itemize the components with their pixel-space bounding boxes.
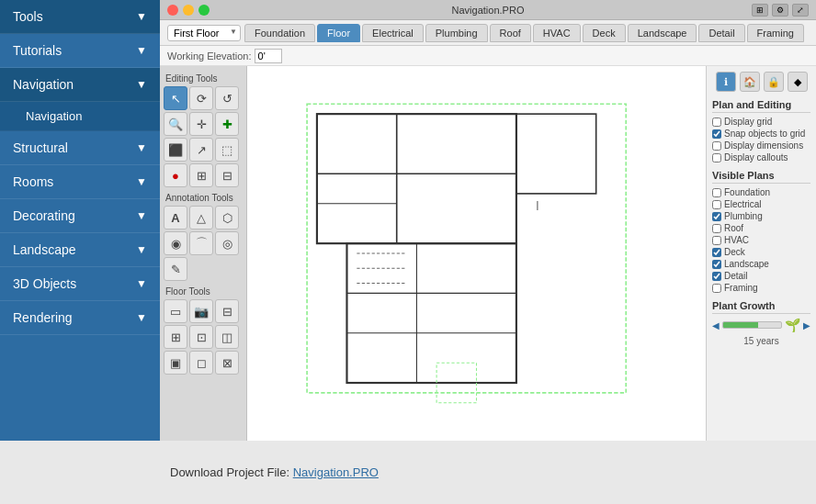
sidebar-item-rendering[interactable]: Rendering ▼: [0, 301, 160, 335]
plumbing-row[interactable]: Plumbing: [712, 211, 810, 221]
plumbing-label: Plumbing: [724, 211, 763, 221]
info-panel-button[interactable]: ℹ: [716, 72, 736, 92]
sidebar-item-tools[interactable]: Tools ▼: [0, 0, 160, 34]
display-callouts-checkbox[interactable]: [712, 153, 721, 162]
rotate-tool[interactable]: ⟳: [189, 86, 213, 110]
add-green-tool[interactable]: ✚: [215, 112, 239, 136]
zoom-tool[interactable]: 🔍: [164, 112, 187, 136]
symbol-tool[interactable]: ◎: [215, 231, 239, 255]
hex-tool[interactable]: ⬡: [215, 206, 239, 230]
sidebar-item-landscape[interactable]: Landscape ▼: [0, 233, 160, 267]
floor-grid-tool[interactable]: ⊞: [164, 325, 187, 349]
tab-landscape[interactable]: Landscape: [628, 24, 697, 42]
snap-objects-row[interactable]: Snap objects to grid: [712, 129, 810, 139]
home-panel-button[interactable]: 🏠: [740, 72, 760, 92]
roof-row[interactable]: Roof: [712, 223, 810, 233]
annotation-tools-title: Annotation Tools: [165, 193, 243, 203]
hvac-row[interactable]: HVAC: [712, 235, 810, 245]
deck-row[interactable]: Deck: [712, 247, 810, 257]
undo-tool[interactable]: ↺: [215, 86, 239, 110]
display-dimensions-checkbox[interactable]: [712, 141, 721, 151]
wall-d-tool[interactable]: ↗: [189, 138, 213, 162]
floor-multi-tool[interactable]: ⊠: [215, 351, 239, 375]
annotation-tools-grid: A △ ⬡ ◉ ⌒ ◎ ✎: [164, 206, 243, 281]
pen-tool[interactable]: ✎: [164, 257, 187, 281]
electrical-checkbox[interactable]: [712, 200, 721, 209]
hvac-checkbox[interactable]: [712, 236, 721, 245]
growth-increase-button[interactable]: ▶: [803, 320, 810, 330]
add-tool[interactable]: ✛: [189, 112, 213, 136]
tab-detail[interactable]: Detail: [698, 24, 744, 42]
snap-objects-checkbox[interactable]: [712, 129, 721, 139]
framing-checkbox[interactable]: [712, 284, 721, 293]
sidebar-item-3d-objects[interactable]: 3D Objects ▼: [0, 267, 160, 301]
floor-pattern-tool[interactable]: ▣: [164, 351, 187, 375]
sidebar-item-decorating[interactable]: Decorating ▼: [0, 199, 160, 233]
floor-wall-tool[interactable]: ◻: [189, 351, 213, 375]
floor-rect-tool[interactable]: ▭: [164, 299, 187, 323]
floor-select[interactable]: First Floor: [167, 25, 241, 41]
display-callouts-row[interactable]: Display callouts: [712, 152, 810, 162]
working-elevation-input[interactable]: [255, 49, 282, 63]
deck-checkbox[interactable]: [712, 248, 721, 257]
view-toggle-button[interactable]: ⊞: [752, 4, 768, 17]
growth-bar: [722, 321, 782, 329]
canvas-area[interactable]: |: [247, 66, 706, 441]
stair-tool[interactable]: ⊟: [215, 163, 239, 187]
tab-roof[interactable]: Roof: [490, 24, 531, 42]
minimize-button[interactable]: [183, 5, 194, 16]
camera-tool[interactable]: 📷: [189, 299, 213, 323]
right-panel: ℹ 🏠 🔒 ◆ Plan and Editing Display grid Sn…: [706, 66, 816, 441]
triangle-tool[interactable]: △: [189, 206, 213, 230]
plumbing-checkbox[interactable]: [712, 212, 721, 221]
text-tool[interactable]: A: [164, 206, 187, 230]
foundation-row[interactable]: Foundation: [712, 187, 810, 197]
tab-foundation[interactable]: Foundation: [244, 24, 315, 42]
roof-checkbox[interactable]: [712, 224, 721, 233]
sidebar-sub-navigation[interactable]: Navigation: [0, 102, 160, 131]
select-tool[interactable]: ↖: [164, 86, 187, 110]
tab-electrical[interactable]: Electrical: [362, 24, 424, 42]
tab-plumbing[interactable]: Plumbing: [425, 24, 488, 42]
display-grid-row[interactable]: Display grid: [712, 117, 810, 127]
close-button[interactable]: [167, 5, 178, 16]
diamond-panel-button[interactable]: ◆: [788, 72, 808, 92]
floor-tile-tool[interactable]: ⊡: [189, 325, 213, 349]
floor-box-tool[interactable]: ⊟: [215, 299, 239, 323]
plant-growth-title: Plant Growth: [712, 300, 810, 314]
electrical-row[interactable]: Electrical: [712, 199, 810, 209]
circle-tool[interactable]: ◉: [164, 231, 187, 255]
tab-deck[interactable]: Deck: [583, 24, 626, 42]
settings-button[interactable]: ⚙: [772, 4, 788, 17]
tab-framing[interactable]: Framing: [747, 24, 804, 42]
content-area: Editing Tools ↖ ⟳ ↺ 🔍 ✛ ✚ ⬛ ↗ ⬚ ● ⊞ ⊟ An…: [160, 66, 816, 441]
chevron-icon: ▼: [136, 277, 147, 290]
landscape-row[interactable]: Landscape: [712, 259, 810, 269]
sidebar-item-rooms[interactable]: Rooms ▼: [0, 165, 160, 199]
detail-row[interactable]: Detail: [712, 271, 810, 281]
sidebar-item-tutorials[interactable]: Tutorials ▼: [0, 34, 160, 68]
wall-box-tool[interactable]: ⬚: [215, 138, 239, 162]
window-tool[interactable]: ⊞: [189, 163, 213, 187]
door-tool[interactable]: ●: [164, 163, 187, 187]
framing-row[interactable]: Framing: [712, 283, 810, 293]
floor-detail-tool[interactable]: ◫: [215, 325, 239, 349]
sidebar-item-structural[interactable]: Structural ▼: [0, 131, 160, 165]
wall-h-tool[interactable]: ⬛: [164, 138, 187, 162]
detail-checkbox[interactable]: [712, 272, 721, 281]
download-link[interactable]: Navigation.PRO: [293, 465, 379, 479]
expand-button[interactable]: ⤢: [792, 4, 809, 17]
tab-floor[interactable]: Floor: [317, 24, 360, 42]
arc-tool[interactable]: ⌒: [189, 231, 213, 255]
display-grid-checkbox[interactable]: [712, 118, 721, 127]
growth-decrease-button[interactable]: ◀: [712, 320, 720, 330]
sidebar-item-navigation[interactable]: Navigation ▼: [0, 68, 160, 102]
tab-hvac[interactable]: HVAC: [533, 24, 581, 42]
foundation-checkbox[interactable]: [712, 188, 721, 197]
maximize-button[interactable]: [198, 5, 210, 16]
lock-panel-button[interactable]: 🔒: [764, 72, 784, 92]
display-dimensions-row[interactable]: Display dimensions: [712, 140, 810, 151]
plan-editing-title: Plan and Editing: [712, 99, 810, 113]
floor-select-wrap: First Floor: [167, 25, 241, 41]
landscape-checkbox[interactable]: [712, 260, 721, 269]
